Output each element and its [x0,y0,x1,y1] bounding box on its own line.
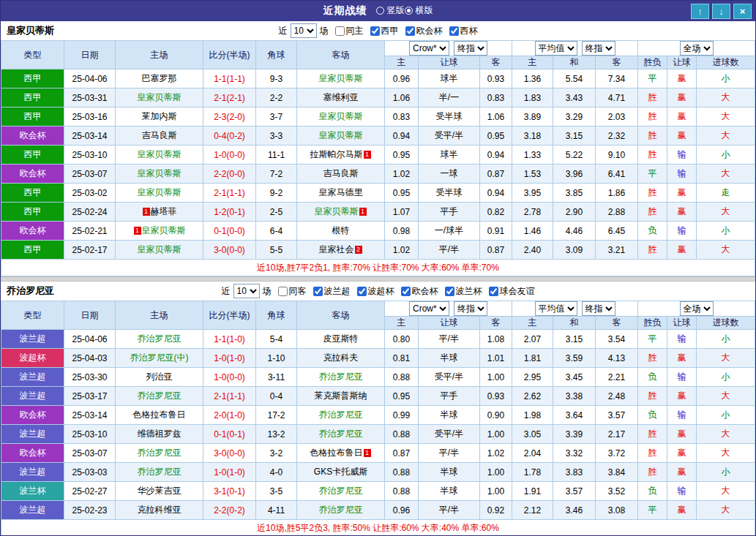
away-odds: 1.08 [480,330,512,349]
euro-draw-odds: 3.85 [553,184,596,203]
euro-type-select[interactable]: 平均值 [535,41,577,56]
move-up-button[interactable]: ↑ [691,4,709,19]
filter-checkbox[interactable] [313,287,323,296]
away-odds: 0.83 [480,88,512,107]
odds-time-select[interactable]: 终指 [454,301,487,316]
result-handicap: 赢 [667,203,697,222]
sub-col-header: 让球 [419,56,480,69]
home-team: 1赫塔菲 [116,203,203,222]
handicap: 平手 [419,387,480,406]
window-title: 近期战绩 [323,4,367,18]
filter-同客[interactable]: 同客 [278,285,307,298]
odds-company-select[interactable]: Crow* [409,301,449,316]
home-team-name: 乔治罗尼亚 [138,390,181,401]
away-team-name: 皇家社会 [319,244,354,254]
league-badge: 西甲 [1,184,64,203]
corner-score: 6-4 [256,222,297,241]
close-button[interactable]: × [733,4,752,19]
euro-home-odds: 1.36 [512,69,553,88]
home-team: 色格拉布鲁日 [116,406,203,425]
filter-西甲[interactable]: 西甲 [370,25,399,37]
col-header: 日期 [64,301,116,330]
score: 2-1(2-1) [203,88,256,107]
handicap: 半球 [419,463,480,482]
filter-波兰超[interactable]: 波兰超 [313,285,351,298]
away-odds: 0.92 [480,501,512,520]
summary-text: 近10场,胜7平2负1, 胜率:70% 让胜率:70% 大率:60% 单率:70… [1,260,755,276]
result-outcome: 胜 [638,203,667,222]
corner-score: 3-11 [256,368,297,387]
filter-波超杯[interactable]: 波超杯 [357,285,394,298]
filter-球会友谊[interactable]: 球会友谊 [489,285,535,298]
euro-away-odds: 6.41 [596,165,638,184]
handicap: 受平/半 [419,425,480,444]
filter-checkbox[interactable] [278,287,288,296]
result-handicap: 输 [667,406,697,425]
result-goals: 小 [697,222,755,241]
match-row: 西甲25-03-16莱加内斯2-3(2-0)3-7皇家贝蒂斯0.83受半球1.0… [1,107,755,127]
euro-type-select[interactable]: 平均值 [535,301,577,316]
away-team: 皇家贝蒂斯 [297,127,385,146]
filter-欧会杯[interactable]: 欧会杯 [405,25,443,37]
filter-波兰杯[interactable]: 波兰杯 [445,285,482,298]
section-divider [1,276,755,282]
filter-checkbox[interactable] [405,26,415,36]
layout-radio-竖版[interactable]: 竖版 [376,4,405,17]
filter-checkbox[interactable] [335,26,345,36]
odds-time-select[interactable]: 终指 [454,41,487,56]
score: 3-0(0-0) [203,241,256,260]
match-date: 25-03-07 [64,165,116,184]
filter-checkbox[interactable] [370,26,380,36]
away-team: 乔治罗尼亚 [297,501,385,520]
euro-home-odds: 1.91 [512,482,553,501]
filter-checkbox[interactable] [449,26,459,36]
corner-score: 3-3 [256,127,297,146]
odds-company-select[interactable]: Crow* [409,41,449,56]
result-goals: 小 [697,368,755,387]
filter-checkbox[interactable] [489,287,498,296]
filter-checkbox[interactable] [445,287,454,296]
euro-draw-odds: 3.15 [553,127,596,146]
home-team: 1皇家贝蒂斯 [116,222,203,241]
result-handicap: 赢 [667,184,697,203]
scope-select[interactable]: 全场 [680,41,714,56]
filter-checkbox[interactable] [401,287,411,296]
away-odds: 0.87 [480,241,512,260]
euro-time-select[interactable]: 终指 [582,301,615,316]
result-handicap: 赢 [667,107,697,127]
filter-checkbox[interactable] [357,287,367,296]
result-outcome: 胜 [638,241,667,260]
corner-score: 7-2 [256,165,297,184]
match-date: 25-04-06 [64,330,116,349]
match-count-select[interactable]: 10 [233,284,260,298]
sub-col-header: 让球 [419,317,480,330]
move-down-button[interactable]: ↓ [712,4,730,19]
result-handicap: 输 [667,146,697,165]
filter-西杯[interactable]: 西杯 [449,25,478,37]
sub-col-header: 主 [385,317,419,330]
filter-欧会杯[interactable]: 欧会杯 [401,285,438,298]
euro-home-odds: 1.83 [512,88,553,107]
away-team-name: 乔治罗尼亚 [319,409,363,420]
euro-draw-odds: 3.43 [553,88,596,107]
match-row: 波超杯25-04-03乔治罗尼亚(中)1-0(1-0)1-10克拉科夫0.81半… [1,349,755,368]
result-outcome: 负 [638,368,667,387]
match-row: 西甲25-03-10皇家贝蒂斯1-0(0-0)11-1拉斯帕尔马斯10.95球半… [1,146,755,165]
scope-select[interactable]: 全场 [680,301,714,316]
result-goals: 大 [697,425,755,444]
result-goals: 小 [697,146,755,165]
handicap: 平手 [419,203,480,222]
away-odds: 0.93 [480,69,512,88]
corner-score: 2-2 [256,88,297,107]
corner-score: 9-3 [256,69,297,88]
away-team: 皇家贝蒂斯 [297,107,385,127]
layout-radio-横版[interactable]: 横版 [405,4,433,17]
home-team: 皇家贝蒂斯 [116,146,203,165]
filter-同主[interactable]: 同主 [335,25,364,37]
euro-time-select[interactable]: 终指 [582,41,615,56]
filter-label: 同客 [289,285,307,298]
euro-away-odds: 2.48 [596,387,638,406]
league-badge: 西甲 [1,203,64,222]
euro-home-odds: 2.62 [512,387,553,406]
match-count-select[interactable]: 10 [291,23,317,38]
